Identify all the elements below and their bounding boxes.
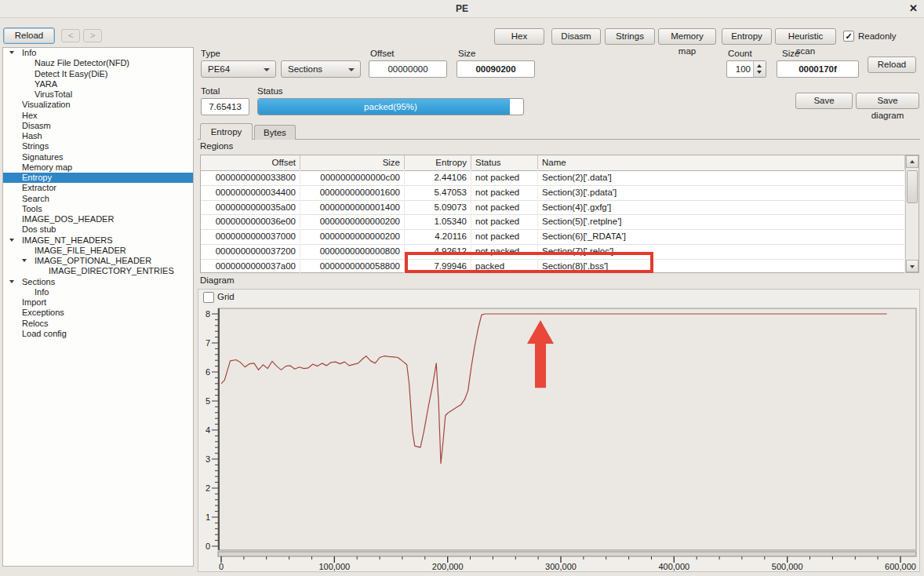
sidebar-item-image-directory-entries[interactable]: IMAGE_DIRECTORY_ENTRIES	[3, 266, 193, 276]
size2-field[interactable]: 0000170f	[777, 60, 859, 78]
sidebar-item-info[interactable]: Info	[3, 48, 193, 58]
status-label: Status	[257, 86, 283, 96]
sidebar-item-memory-map[interactable]: Memory map	[3, 162, 193, 173]
table-scrollbar[interactable]	[905, 155, 919, 272]
entropy-chart: 0123456780100,000200,000300,000400,00050…	[198, 289, 920, 572]
scroll-thumb[interactable]	[907, 170, 918, 203]
sidebar-item-tools[interactable]: Tools	[3, 204, 193, 214]
table-row[interactable]: 0000000000036e0000000000000002001.05340n…	[201, 214, 905, 230]
sidebar-item-label: Hex	[3, 111, 38, 120]
navigation-tree: InfoNauz File Detector(NFD)Detect It Eas…	[2, 47, 194, 567]
sidebar-item-info[interactable]: Info	[3, 287, 193, 297]
sidebar-item-sections[interactable]: Sections	[3, 277, 193, 287]
table-cell: 0000000000037200	[201, 244, 300, 258]
type-select[interactable]: PE64	[201, 60, 276, 78]
disasm-button[interactable]: Disasm	[551, 28, 601, 45]
offset-label: Offset	[370, 49, 394, 58]
sidebar-item-label: Detect It Easy(DiE)	[3, 69, 108, 78]
grid-label: Grid	[217, 292, 235, 301]
sidebar-item-image-optional-header[interactable]: IMAGE_OPTIONAL_HEADER	[3, 256, 193, 266]
count-stepper[interactable]: 100	[726, 60, 766, 78]
stepper-buttons[interactable]	[753, 61, 766, 77]
save-diagram-button[interactable]: Save diagram	[856, 93, 919, 109]
sidebar-item-search[interactable]: Search	[3, 194, 193, 204]
chevron-down-icon[interactable]	[22, 259, 27, 262]
status-progressbar: packed(95%)	[257, 98, 524, 115]
sidebar-item-strings[interactable]: Strings	[3, 141, 193, 151]
sidebar-item-detect-it-easy-die[interactable]: Detect It Easy(DiE)	[3, 69, 193, 79]
svg-text:8: 8	[206, 309, 210, 319]
scroll-down-button[interactable]	[906, 260, 919, 272]
sidebar-item-yara[interactable]: YARA	[3, 79, 193, 89]
column-header-size[interactable]: Size	[300, 155, 405, 170]
arrow-down-icon	[910, 265, 915, 268]
column-header-name[interactable]: Name	[538, 155, 905, 170]
chevron-down-icon[interactable]	[9, 239, 14, 242]
sidebar-item-extractor[interactable]: Extractor	[3, 183, 193, 193]
sidebar-item-relocs[interactable]: Relocs	[3, 319, 193, 329]
chevron-down-icon[interactable]	[9, 51, 14, 54]
reload-secondary-button[interactable]: Reload	[868, 57, 916, 73]
sidebar-item-signatures[interactable]: Signatures	[3, 152, 193, 162]
column-header-offset[interactable]: Offset	[201, 155, 300, 170]
sidebar-item-label: Exceptions	[3, 308, 64, 317]
back-button[interactable]: <	[61, 29, 80, 42]
table-row[interactable]: 00000000000338000000000000000c002.44106n…	[201, 170, 905, 186]
chevron-down-icon[interactable]	[9, 280, 14, 283]
entropy-button[interactable]: Entropy	[722, 28, 772, 45]
table-cell: 0000000000036e00	[201, 214, 300, 228]
sidebar-item-import[interactable]: Import	[3, 297, 193, 308]
sidebar-item-load-config[interactable]: Load config	[3, 329, 193, 339]
reload-button[interactable]: Reload	[3, 27, 55, 44]
svg-text:6: 6	[206, 367, 210, 377]
memory-map-button[interactable]: Memory map	[658, 28, 716, 45]
readonly-checkbox[interactable]: ✓	[843, 31, 854, 42]
sidebar-item-image-file-header[interactable]: IMAGE_FILE_HEADER	[3, 246, 193, 256]
sidebar-item-image-nt-headers[interactable]: IMAGE_NT_HEADERS	[3, 235, 193, 246]
table-row[interactable]: 0000000000035a0000000000000014005.09073n…	[201, 200, 905, 216]
heuristic-scan-button[interactable]: Heuristic scan	[775, 28, 836, 45]
table-cell: 0000000000001400	[300, 200, 405, 214]
save-button[interactable]: Save	[795, 93, 853, 109]
mode-select[interactable]: Sections	[281, 60, 361, 78]
sidebar-item-image-dos-header[interactable]: IMAGE_DOS_HEADER	[3, 214, 193, 224]
sidebar-item-hash[interactable]: Hash	[3, 131, 193, 141]
table-cell: not packed	[471, 229, 538, 243]
strings-button[interactable]: Strings	[605, 28, 655, 45]
hex-button[interactable]: Hex	[494, 28, 544, 45]
chevron-down-icon	[264, 68, 270, 71]
svg-text:400,000: 400,000	[658, 562, 689, 571]
svg-text:7: 7	[206, 338, 210, 348]
sidebar-item-entropy[interactable]: Entropy	[3, 173, 193, 183]
forward-button[interactable]: >	[83, 29, 102, 42]
column-header-entropy[interactable]: Entropy	[405, 155, 471, 170]
sidebar-item-hex[interactable]: Hex	[3, 111, 193, 121]
step-up-icon	[757, 64, 762, 67]
sidebar-item-visualization[interactable]: Visualization	[3, 100, 193, 110]
table-cell: 0000000000037a00	[201, 259, 300, 273]
total-label: Total	[201, 86, 220, 96]
sidebar-item-virustotal[interactable]: VirusTotal	[3, 89, 193, 100]
table-row[interactable]: 000000000003440000000000000016005.47053n…	[201, 185, 905, 201]
sidebar-item-exceptions[interactable]: Exceptions	[3, 308, 193, 318]
total-field[interactable]: 7.65413	[201, 98, 249, 115]
offset-field[interactable]: 00000000	[369, 60, 447, 78]
scroll-up-button[interactable]	[906, 155, 919, 168]
grid-checkbox[interactable]	[203, 292, 214, 303]
table-cell: 5.09073	[405, 200, 471, 214]
sidebar-item-disasm[interactable]: Disasm	[3, 121, 193, 131]
table-cell: 0000000000034400	[201, 185, 300, 199]
table-cell: Section(3)['.pdata']	[538, 185, 905, 199]
sidebar-item-dos-stub[interactable]: Dos stub	[3, 224, 193, 235]
column-header-status[interactable]: Status	[471, 155, 538, 170]
tab-bytes[interactable]: Bytes	[254, 125, 296, 140]
close-icon[interactable]: ✕	[909, 2, 918, 14]
table-cell: 4.20116	[405, 229, 471, 243]
sidebar-item-label: VirusTotal	[3, 89, 72, 99]
table-row[interactable]: 000000000003700000000000000002004.20116n…	[201, 229, 905, 245]
sidebar-item-nauz-file-detector-nfd[interactable]: Nauz File Detector(NFD)	[3, 58, 193, 68]
size-field[interactable]: 00090200	[457, 60, 535, 78]
tab-entropy[interactable]: Entropy	[200, 123, 253, 140]
table-cell: Section(5)['.retplne']	[538, 214, 905, 228]
step-down-icon	[757, 71, 762, 74]
